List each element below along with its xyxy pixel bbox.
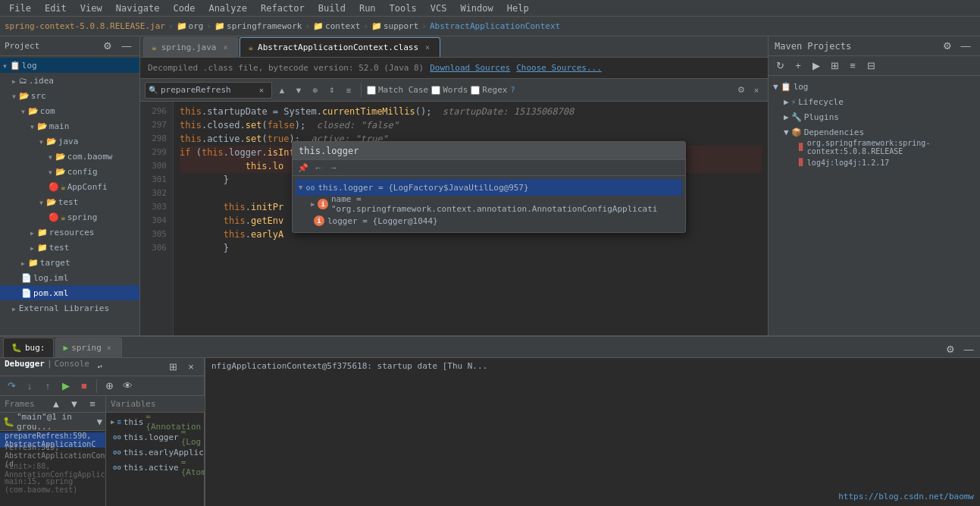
menu-help[interactable]: Help [501,2,535,15]
maven-tree-log4j[interactable]: ▐▌ log4j:log4j:1.2.17 [769,155,980,170]
maven-phase-btn[interactable]: ⊞ [826,58,843,74]
menu-refactor[interactable]: Refactor [255,2,311,15]
words-option[interactable]: Words [431,85,468,95]
menu-code[interactable]: Code [168,2,202,15]
sidebar-btn-collapse[interactable]: — [118,38,135,55]
sidebar-item-log[interactable]: 📋 log [0,58,139,73]
maven-tree-plugins[interactable]: ▶ 🔧 Plugins [769,109,980,124]
menu-analyze[interactable]: Analyze [202,2,253,15]
subtab-console[interactable]: Console [55,359,89,376]
bottom-tab-bug[interactable]: 🐛 bug: [3,338,54,357]
sidebar-item-java[interactable]: 📂 java [0,134,139,149]
dbg-stop-btn[interactable]: ■ [76,378,92,394]
words-checkbox[interactable] [431,86,440,95]
menu-navigate[interactable]: Navigate [110,2,166,15]
sidebar-item-baomw[interactable]: 📂 com.baomw [0,149,139,164]
bottom-right-link[interactable]: https://blog.csdn.net/baomw [838,492,974,501]
sidebar-btn-gear[interactable]: ⚙ [99,38,116,55]
tooltip-pin-btn[interactable]: 📌 [297,162,309,174]
tab-abstractctx-close[interactable]: × [423,43,432,52]
tooltip-back-btn[interactable]: ← [312,162,324,174]
sidebar-item-pomxml[interactable]: 📄 pom.xml [0,285,139,300]
tab-abstractctx[interactable]: ☕ AbstractApplicationContext.class × [240,37,440,57]
frame-2[interactable]: <init>:88, AnnotationConfigApplicationCo [0,463,105,478]
dbg-restore-btn[interactable]: ⊞ [164,359,181,376]
sidebar-item-appconfig[interactable]: 🔴 ☕ AppConfi [0,179,139,194]
menu-window[interactable]: Window [454,2,499,15]
nav-support[interactable]: 📁 support [371,21,418,31]
choose-sources-link[interactable]: Choose Sources... [516,63,602,73]
menu-tools[interactable]: Tools [384,2,423,15]
sidebar-item-idea[interactable]: 🗂 .idea [0,73,139,88]
bottom-tab-spring-close[interactable]: × [105,344,114,353]
tooltip-row-0[interactable]: ▼ oo this.logger = {LogFactory$JavaUtilL… [296,179,682,196]
sidebar-item-logiml[interactable]: 📄 log.iml [0,270,139,285]
tooltip-row-2[interactable]: i logger = {Logger@1044} [296,212,682,229]
tab-spring-java-close[interactable]: × [221,43,230,52]
find-filter-btn[interactable]: ≡ [342,83,355,97]
sidebar-item-extlibs[interactable]: External Libraries [0,300,139,316]
nav-spring[interactable]: 📁 springframework [214,21,302,31]
download-sources-link[interactable]: Download Sources [430,63,510,73]
sidebar-item-test[interactable]: 📂 test [0,194,139,209]
menu-build[interactable]: Build [312,2,352,15]
bottom-settings-btn[interactable]: ⚙ [942,341,959,357]
dbg-resume-btn[interactable]: ▶ [58,378,74,394]
dbg-step-over-btn[interactable]: ↷ [3,378,20,394]
sidebar-item-src[interactable]: 📂 src [0,88,139,103]
maven-profile-btn[interactable]: ≡ [844,58,861,74]
tooltip-fwd-btn[interactable]: → [327,162,340,174]
sidebar-item-target[interactable]: 📁 target [0,255,139,270]
maven-tree-spring-context[interactable]: ▐▌ org.springframework:spring-context:5.… [769,140,980,155]
sidebar-item-com[interactable]: 📂 com [0,103,139,118]
maven-run-btn[interactable]: ▶ [808,58,825,74]
dbg-evaluate-btn[interactable]: ⊕ [101,378,117,394]
find-expand-btn[interactable]: ⇕ [325,83,339,97]
maven-tree-log[interactable]: ▼ 📋 log [769,79,980,94]
sidebar-item-resources[interactable]: 📁 resources [0,225,139,240]
regex-option[interactable]: Regex [471,85,507,95]
match-case-option[interactable]: Match Case [367,85,428,95]
find-close-btn[interactable]: × [750,83,763,97]
frame-filter-btn[interactable]: ≡ [84,396,101,413]
maven-collapse-btn[interactable]: ⊟ [863,58,879,74]
menu-run[interactable]: Run [353,2,382,15]
bottom-tab-spring[interactable]: ▶ spring × [55,338,122,357]
menu-file[interactable]: File [3,2,37,15]
maven-settings-btn[interactable]: ⚙ [939,38,956,55]
sidebar-item-test2[interactable]: 📁 test [0,240,139,255]
var-logger[interactable]: oo this.logger = {Log [106,429,211,445]
sidebar-item-config[interactable]: 📂 config [0,164,139,179]
dbg-step-into-btn[interactable]: ↓ [21,378,38,394]
bottom-minimize-btn[interactable]: — [960,341,977,357]
find-prev-btn[interactable]: ▲ [275,83,289,97]
maven-tree-dependencies[interactable]: ▼ 📦 Dependencies [769,124,980,140]
find-next-btn[interactable]: ▼ [292,83,305,97]
sidebar-item-main[interactable]: 📂 main [0,118,139,134]
nav-org[interactable]: 📁 org [177,21,204,31]
maven-add-btn[interactable]: + [790,58,806,74]
frame-up-btn[interactable]: ▲ [48,396,64,413]
maven-tree-lifecycle[interactable]: ▶ ⚡ Lifecycle [769,94,980,109]
dbg-step-out-btn[interactable]: ↑ [39,378,56,394]
nav-context[interactable]: 📁 context [313,21,360,31]
regex-help-link[interactable]: ? [510,86,515,94]
find-input[interactable] [161,85,252,95]
menu-edit[interactable]: Edit [39,2,73,15]
menu-vcs[interactable]: VCS [424,2,453,15]
tab-spring-java[interactable]: ☕ spring.java × [143,37,238,57]
menu-view[interactable]: View [74,2,108,15]
dbg-watch-btn[interactable]: 👁 [119,378,136,394]
find-more-btn[interactable]: ⊕ [308,83,322,97]
nav-abstractctx[interactable]: AbstractApplicationContext [430,21,560,31]
find-settings-btn[interactable]: ⚙ [734,83,748,97]
subtab-debugger[interactable]: Debugger [5,359,45,376]
var-active[interactable]: oo this.active = {Atom [106,460,211,475]
frame-1[interactable]: refresh:519, AbstractApplicationContext … [0,448,105,463]
sidebar-item-spring-file[interactable]: 🔴 ☕ spring [0,209,139,225]
regex-checkbox[interactable] [471,86,480,95]
frame-3[interactable]: main:15, spring (com.baomw.test) [0,478,105,493]
find-clear-btn[interactable]: × [255,83,268,97]
maven-minimize-btn[interactable]: — [957,38,974,55]
subtab-console-settings[interactable]: •* [92,359,108,376]
